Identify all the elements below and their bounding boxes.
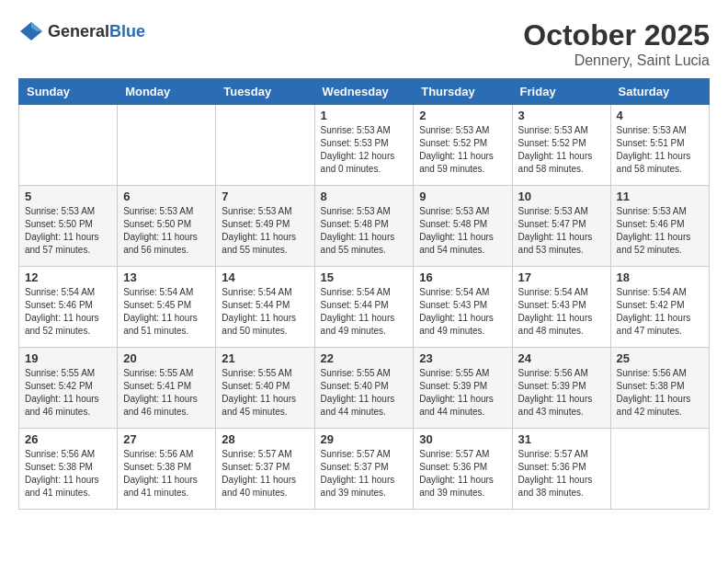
calendar-day-14: 14Sunrise: 5:54 AM Sunset: 5:44 PM Dayli… xyxy=(216,267,314,348)
day-number: 9 xyxy=(419,190,506,203)
calendar-day-27: 27Sunrise: 5:56 AM Sunset: 5:38 PM Dayli… xyxy=(118,429,216,510)
calendar-week-row: 12Sunrise: 5:54 AM Sunset: 5:46 PM Dayli… xyxy=(19,267,710,348)
day-number: 2 xyxy=(419,109,506,122)
calendar-day-24: 24Sunrise: 5:56 AM Sunset: 5:39 PM Dayli… xyxy=(512,348,610,429)
day-number: 16 xyxy=(419,270,506,284)
calendar-empty-cell xyxy=(118,105,216,186)
day-info: Sunrise: 5:53 AM Sunset: 5:48 PM Dayligh… xyxy=(321,205,408,257)
weekday-header-saturday: Saturday xyxy=(610,79,709,105)
day-number: 27 xyxy=(123,432,210,446)
day-number: 30 xyxy=(419,432,506,446)
day-info: Sunrise: 5:55 AM Sunset: 5:42 PM Dayligh… xyxy=(25,367,111,419)
day-number: 18 xyxy=(617,270,703,284)
day-info: Sunrise: 5:53 AM Sunset: 5:52 PM Dayligh… xyxy=(518,124,605,176)
calendar-day-16: 16Sunrise: 5:54 AM Sunset: 5:43 PM Dayli… xyxy=(414,267,512,348)
day-number: 10 xyxy=(518,190,605,203)
calendar-day-25: 25Sunrise: 5:56 AM Sunset: 5:38 PM Dayli… xyxy=(610,348,709,429)
calendar-day-4: 4Sunrise: 5:53 AM Sunset: 5:51 PM Daylig… xyxy=(610,105,709,186)
calendar-day-20: 20Sunrise: 5:55 AM Sunset: 5:41 PM Dayli… xyxy=(118,348,216,429)
logo-blue: Blue xyxy=(109,22,145,40)
day-info: Sunrise: 5:53 AM Sunset: 5:50 PM Dayligh… xyxy=(25,205,111,257)
month-title: October 2025 xyxy=(523,18,710,52)
logo-icon xyxy=(18,18,44,44)
calendar-day-7: 7Sunrise: 5:53 AM Sunset: 5:49 PM Daylig… xyxy=(216,186,314,267)
calendar-week-row: 1Sunrise: 5:53 AM Sunset: 5:53 PM Daylig… xyxy=(19,105,710,186)
title-block: October 2025 Dennery, Saint Lucia xyxy=(523,18,710,69)
calendar-day-19: 19Sunrise: 5:55 AM Sunset: 5:42 PM Dayli… xyxy=(19,348,118,429)
day-number: 4 xyxy=(617,109,703,122)
weekday-header-friday: Friday xyxy=(512,79,610,105)
day-number: 11 xyxy=(617,190,703,203)
day-info: Sunrise: 5:54 AM Sunset: 5:46 PM Dayligh… xyxy=(25,286,111,338)
weekday-header-tuesday: Tuesday xyxy=(216,79,314,105)
day-number: 20 xyxy=(123,351,210,365)
calendar-day-13: 13Sunrise: 5:54 AM Sunset: 5:45 PM Dayli… xyxy=(118,267,216,348)
day-number: 12 xyxy=(25,270,111,284)
day-info: Sunrise: 5:54 AM Sunset: 5:43 PM Dayligh… xyxy=(419,286,506,338)
day-number: 1 xyxy=(321,109,408,122)
day-info: Sunrise: 5:56 AM Sunset: 5:38 PM Dayligh… xyxy=(25,448,111,500)
day-info: Sunrise: 5:56 AM Sunset: 5:38 PM Dayligh… xyxy=(123,448,210,500)
calendar-day-15: 15Sunrise: 5:54 AM Sunset: 5:44 PM Dayli… xyxy=(314,267,414,348)
calendar-day-8: 8Sunrise: 5:53 AM Sunset: 5:48 PM Daylig… xyxy=(314,186,414,267)
weekday-header-row: SundayMondayTuesdayWednesdayThursdayFrid… xyxy=(19,79,710,105)
day-number: 26 xyxy=(25,432,111,446)
day-info: Sunrise: 5:53 AM Sunset: 5:53 PM Dayligh… xyxy=(321,124,408,176)
day-info: Sunrise: 5:55 AM Sunset: 5:41 PM Dayligh… xyxy=(123,367,210,419)
weekday-header-thursday: Thursday xyxy=(414,79,512,105)
calendar-week-row: 26Sunrise: 5:56 AM Sunset: 5:38 PM Dayli… xyxy=(19,429,710,510)
calendar-day-21: 21Sunrise: 5:55 AM Sunset: 5:40 PM Dayli… xyxy=(216,348,314,429)
day-number: 19 xyxy=(25,351,111,365)
day-number: 24 xyxy=(518,351,605,365)
day-info: Sunrise: 5:53 AM Sunset: 5:46 PM Dayligh… xyxy=(617,205,703,257)
day-info: Sunrise: 5:54 AM Sunset: 5:44 PM Dayligh… xyxy=(222,286,308,338)
day-info: Sunrise: 5:54 AM Sunset: 5:44 PM Dayligh… xyxy=(321,286,408,338)
calendar-day-2: 2Sunrise: 5:53 AM Sunset: 5:52 PM Daylig… xyxy=(414,105,512,186)
day-info: Sunrise: 5:57 AM Sunset: 5:36 PM Dayligh… xyxy=(518,448,605,500)
day-number: 23 xyxy=(419,351,506,365)
calendar-day-28: 28Sunrise: 5:57 AM Sunset: 5:37 PM Dayli… xyxy=(216,429,314,510)
day-info: Sunrise: 5:54 AM Sunset: 5:43 PM Dayligh… xyxy=(518,286,605,338)
day-info: Sunrise: 5:53 AM Sunset: 5:52 PM Dayligh… xyxy=(419,124,506,176)
day-info: Sunrise: 5:53 AM Sunset: 5:48 PM Dayligh… xyxy=(419,205,506,257)
calendar-day-23: 23Sunrise: 5:55 AM Sunset: 5:39 PM Dayli… xyxy=(414,348,512,429)
calendar-day-30: 30Sunrise: 5:57 AM Sunset: 5:36 PM Dayli… xyxy=(414,429,512,510)
day-info: Sunrise: 5:54 AM Sunset: 5:45 PM Dayligh… xyxy=(123,286,210,338)
calendar-day-31: 31Sunrise: 5:57 AM Sunset: 5:36 PM Dayli… xyxy=(512,429,610,510)
weekday-header-wednesday: Wednesday xyxy=(314,79,414,105)
calendar-day-18: 18Sunrise: 5:54 AM Sunset: 5:42 PM Dayli… xyxy=(610,267,709,348)
calendar-empty-cell xyxy=(19,105,118,186)
day-info: Sunrise: 5:55 AM Sunset: 5:40 PM Dayligh… xyxy=(321,367,408,419)
calendar-day-10: 10Sunrise: 5:53 AM Sunset: 5:47 PM Dayli… xyxy=(512,186,610,267)
calendar-day-29: 29Sunrise: 5:57 AM Sunset: 5:37 PM Dayli… xyxy=(314,429,414,510)
day-number: 21 xyxy=(222,351,308,365)
calendar-day-5: 5Sunrise: 5:53 AM Sunset: 5:50 PM Daylig… xyxy=(19,186,118,267)
calendar-week-row: 19Sunrise: 5:55 AM Sunset: 5:42 PM Dayli… xyxy=(19,348,710,429)
calendar-table: SundayMondayTuesdayWednesdayThursdayFrid… xyxy=(18,78,710,510)
day-info: Sunrise: 5:57 AM Sunset: 5:36 PM Dayligh… xyxy=(419,448,506,500)
calendar-day-3: 3Sunrise: 5:53 AM Sunset: 5:52 PM Daylig… xyxy=(512,105,610,186)
calendar-day-26: 26Sunrise: 5:56 AM Sunset: 5:38 PM Dayli… xyxy=(19,429,118,510)
day-number: 6 xyxy=(123,190,210,203)
day-info: Sunrise: 5:53 AM Sunset: 5:51 PM Dayligh… xyxy=(617,124,703,176)
calendar-day-17: 17Sunrise: 5:54 AM Sunset: 5:43 PM Dayli… xyxy=(512,267,610,348)
day-number: 28 xyxy=(222,432,308,446)
calendar-day-6: 6Sunrise: 5:53 AM Sunset: 5:50 PM Daylig… xyxy=(118,186,216,267)
location: Dennery, Saint Lucia xyxy=(523,52,710,69)
day-number: 29 xyxy=(321,432,408,446)
day-number: 13 xyxy=(123,270,210,284)
day-info: Sunrise: 5:53 AM Sunset: 5:47 PM Dayligh… xyxy=(518,205,605,257)
day-info: Sunrise: 5:54 AM Sunset: 5:42 PM Dayligh… xyxy=(617,286,703,338)
calendar-empty-cell xyxy=(610,429,709,510)
weekday-header-monday: Monday xyxy=(118,79,216,105)
day-info: Sunrise: 5:56 AM Sunset: 5:38 PM Dayligh… xyxy=(617,367,703,419)
day-number: 22 xyxy=(321,351,408,365)
day-info: Sunrise: 5:56 AM Sunset: 5:39 PM Dayligh… xyxy=(518,367,605,419)
logo-general: General xyxy=(48,22,109,40)
calendar-day-11: 11Sunrise: 5:53 AM Sunset: 5:46 PM Dayli… xyxy=(610,186,709,267)
day-number: 5 xyxy=(25,190,111,203)
calendar-day-1: 1Sunrise: 5:53 AM Sunset: 5:53 PM Daylig… xyxy=(314,105,414,186)
day-info: Sunrise: 5:57 AM Sunset: 5:37 PM Dayligh… xyxy=(222,448,308,500)
calendar-day-9: 9Sunrise: 5:53 AM Sunset: 5:48 PM Daylig… xyxy=(414,186,512,267)
calendar-day-22: 22Sunrise: 5:55 AM Sunset: 5:40 PM Dayli… xyxy=(314,348,414,429)
